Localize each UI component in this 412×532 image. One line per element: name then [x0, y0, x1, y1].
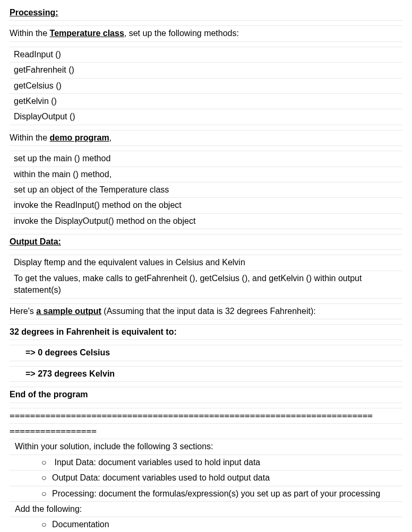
- sample-output-line: => 273 degrees Kelvin: [10, 367, 402, 382]
- demo-step: invoke the DisplayOutput() method on the…: [10, 214, 402, 229]
- bullet-icon: ○: [41, 472, 52, 484]
- demo-step: set up the main () method: [10, 151, 402, 167]
- demo-step: invoke the ReadInput() method on the obj…: [10, 198, 402, 213]
- spacer: [10, 21, 402, 26]
- spacer: [10, 299, 402, 304]
- add-following-text: Add the following:: [15, 504, 82, 513]
- spacer: [10, 250, 402, 255]
- sample-output-text: 32 degrees in Fahrenheit is equivalent t…: [10, 327, 177, 336]
- demo-step-text: set up an object of the Temperature clas…: [14, 185, 169, 194]
- method-item: ReadInput (): [10, 47, 402, 63]
- bullet-icon: ○: [41, 488, 52, 500]
- sample-intro: Here's a sample output (Assuming that th…: [10, 304, 402, 319]
- method-text: getKelvin (): [14, 97, 57, 106]
- bullet-icon: ○: [41, 457, 52, 468]
- demo-step-text: within the main () method,: [14, 170, 111, 179]
- method-text: getCelsius (): [14, 81, 62, 90]
- solution-bullet-text: Processing: document the formulas/expres…: [52, 489, 380, 498]
- solution-bullet: ○ Input Data: document variables used to…: [10, 455, 402, 470]
- spacer: [10, 229, 402, 234]
- demo-step: within the main () method,: [10, 167, 402, 182]
- intro-text: Within the: [10, 29, 50, 38]
- spacer: [10, 125, 402, 130]
- output-text: Display ftemp and the equivalent values …: [14, 258, 245, 267]
- sample-output-text: End of the program: [10, 390, 88, 399]
- separator-line: =================: [10, 424, 402, 439]
- separator-text: ========================================…: [10, 411, 373, 421]
- demo-step-text: invoke the ReadInput() method on the obj…: [14, 200, 182, 210]
- intro-temperature-bold: Temperature class: [50, 29, 124, 38]
- solution-intro-text: Within your solution, include the follow…: [15, 442, 213, 451]
- spacer: [10, 146, 402, 151]
- heading-processing-text: Processing:: [10, 8, 58, 17]
- method-text: ReadInput (): [14, 50, 61, 59]
- sample-output-line: 32 degrees in Fahrenheit is equivalent t…: [10, 325, 402, 340]
- output-text: To get the values, make calls to getFahr…: [14, 274, 362, 294]
- heading-processing: Processing:: [10, 5, 402, 21]
- add-bullet-text: Documentation: [52, 520, 109, 529]
- demo-step: set up an object of the Temperature clas…: [10, 182, 402, 198]
- intro-demo-program: Within the demo program,: [10, 130, 402, 146]
- method-item: getFahrenheit (): [10, 63, 402, 78]
- solution-bullet-text: Output Data: document variables used to …: [52, 473, 270, 482]
- spacer: [10, 382, 402, 387]
- intro-text-tail: ,: [109, 133, 111, 142]
- intro-text: Within the: [10, 133, 50, 142]
- separator-text: =================: [10, 426, 97, 436]
- spacer: [10, 319, 402, 325]
- sample-intro-tail: (Assuming that the input data is 32 degr…: [101, 307, 316, 316]
- sample-output-text: => 0 degrees Celsius: [25, 348, 110, 357]
- heading-output: Output Data:: [10, 234, 402, 250]
- add-bullet: ○Documentation: [10, 517, 402, 532]
- sample-output-text: => 273 degrees Kelvin: [25, 369, 115, 378]
- solution-bullet: ○Processing: document the formulas/expre…: [10, 486, 402, 502]
- demo-step-text: invoke the DisplayOutput() method on the…: [14, 216, 195, 225]
- spacer: [10, 42, 402, 47]
- solution-intro: Within your solution, include the follow…: [10, 439, 402, 455]
- intro-temperature-class: Within the Temperature class, set up the…: [10, 26, 402, 41]
- separator-line: ========================================…: [10, 408, 402, 424]
- output-line: To get the values, make calls to getFahr…: [10, 271, 402, 299]
- sample-intro-text: Here's: [10, 307, 36, 316]
- intro-demo-bold: demo program: [50, 133, 109, 142]
- method-item: getKelvin (): [10, 94, 402, 109]
- demo-step-text: set up the main () method: [14, 154, 110, 163]
- spacer: [10, 340, 402, 345]
- spacer: [10, 361, 402, 367]
- method-text: DisplayOutput (): [14, 112, 75, 121]
- heading-output-text: Output Data:: [10, 237, 61, 246]
- method-item: getCelsius (): [10, 79, 402, 94]
- bullet-icon: ○: [41, 519, 52, 530]
- sample-output-line: => 0 degrees Celsius: [10, 345, 402, 361]
- output-line: Display ftemp and the equivalent values …: [10, 255, 402, 271]
- solution-bullet-text: Input Data: document variables used to h…: [54, 458, 260, 467]
- sample-output-line: End of the program: [10, 387, 402, 403]
- method-item: DisplayOutput (): [10, 109, 402, 125]
- solution-bullet: ○Output Data: document variables used to…: [10, 470, 402, 486]
- sample-intro-bold: a sample output: [36, 307, 101, 316]
- intro-text-tail: , set up the following methods:: [124, 29, 239, 38]
- spacer: [10, 403, 402, 408]
- method-text: getFahrenheit (): [14, 65, 74, 74]
- add-following: Add the following:: [10, 502, 402, 517]
